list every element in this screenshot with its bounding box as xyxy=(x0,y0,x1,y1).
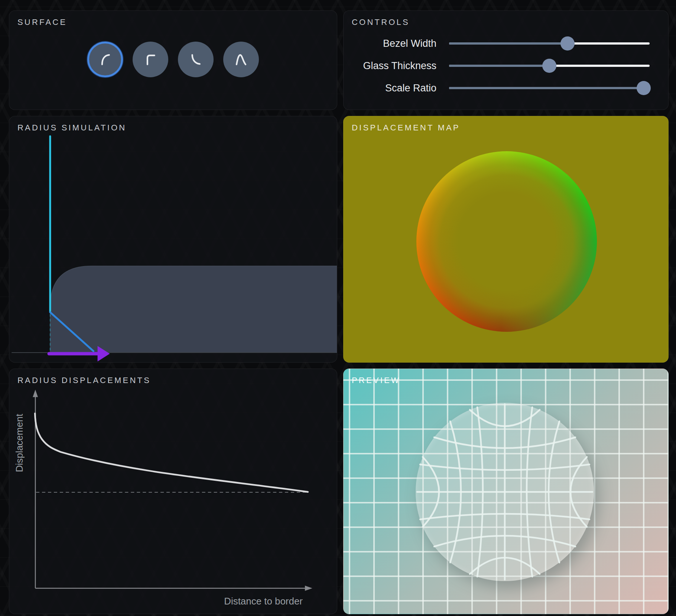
displacement-map-panel: DISPLACEMENT MAP xyxy=(343,116,669,363)
glass-thickness-slider[interactable] xyxy=(449,65,650,67)
app-root: SURFACE xyxy=(0,0,676,616)
radius-displacements-panel: RADIUS DISPLACEMENTS Displacement Distan… xyxy=(9,369,337,614)
controls-sliders: Bezel Width Glass Thickness Scale Ratio xyxy=(344,32,668,99)
bezel-width-slider-row: Bezel Width xyxy=(344,32,668,55)
scale-ratio-slider-fill xyxy=(449,87,644,89)
x-axis-label: Distance to border xyxy=(224,596,303,606)
ease-in-curve-icon xyxy=(186,49,206,69)
surface-curve-button-ease-in[interactable] xyxy=(178,42,214,77)
surface-curve-button-sharp-corner[interactable] xyxy=(133,42,168,77)
x-axis-arrow-icon xyxy=(305,586,312,591)
y-axis-arrow-icon xyxy=(33,390,38,397)
glass-thickness-label: Glass Thickness xyxy=(344,60,436,72)
scale-ratio-slider-row: Scale Ratio xyxy=(344,77,668,99)
glass-thickness-slider-row: Glass Thickness xyxy=(344,55,668,77)
displacement-normal-sphere xyxy=(416,151,597,332)
chart-axes xyxy=(35,396,306,588)
bezel-width-slider[interactable] xyxy=(449,42,650,45)
surface-curve-button-ease-out[interactable] xyxy=(87,42,123,77)
lens-distorted-grid xyxy=(416,403,594,581)
bezel-width-label: Bezel Width xyxy=(344,38,436,49)
ease-out-curve-icon xyxy=(95,49,115,69)
preview-panel: PREVIEW xyxy=(343,369,669,614)
radius-displacements-title: RADIUS DISPLACEMENTS xyxy=(17,376,151,385)
bezel-width-slider-fill xyxy=(449,42,568,45)
scale-ratio-label: Scale Ratio xyxy=(344,82,436,94)
surface-panel: SURFACE xyxy=(9,10,337,110)
glass-thickness-slider-fill xyxy=(449,65,549,67)
displacement-map-title: DISPLACEMENT MAP xyxy=(352,123,460,133)
scale-ratio-slider[interactable] xyxy=(449,87,650,89)
sharp-corner-curve-icon xyxy=(140,49,160,69)
radius-simulation-title: RADIUS SIMULATION xyxy=(17,123,126,133)
glass-slab-shape xyxy=(50,266,337,353)
glass-thickness-slider-thumb[interactable] xyxy=(542,59,556,73)
controls-panel: CONTROLS Bezel Width Glass Thickness Sca… xyxy=(343,10,669,110)
controls-panel-title: CONTROLS xyxy=(352,17,410,27)
bump-curve-icon xyxy=(231,49,251,69)
radius-simulation-panel: RADIUS SIMULATION xyxy=(9,116,337,363)
surface-curve-button-bump[interactable] xyxy=(223,42,259,77)
surface-curve-options xyxy=(9,42,337,77)
glass-lens[interactable] xyxy=(416,403,594,581)
scale-ratio-slider-thumb[interactable] xyxy=(637,81,651,95)
displacement-curve xyxy=(35,414,308,492)
y-axis-label: Displacement xyxy=(14,414,25,472)
surface-panel-title: SURFACE xyxy=(17,17,67,27)
radius-simulation-diagram xyxy=(9,116,337,362)
radius-displacements-chart: Displacement Distance to border xyxy=(9,369,337,614)
preview-title: PREVIEW xyxy=(352,376,400,385)
bezel-width-slider-thumb[interactable] xyxy=(560,36,575,51)
